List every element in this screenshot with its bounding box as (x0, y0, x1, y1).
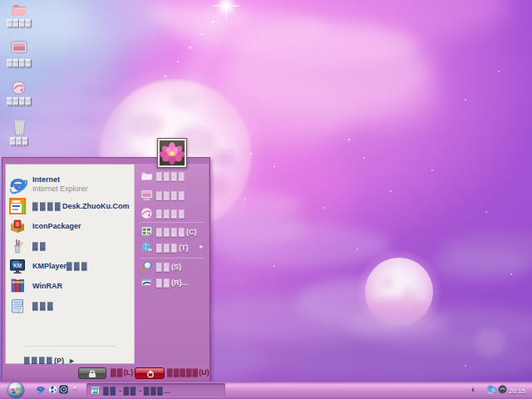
svg-text:KM: KM (13, 263, 22, 268)
svg-text:!: ! (17, 222, 18, 227)
